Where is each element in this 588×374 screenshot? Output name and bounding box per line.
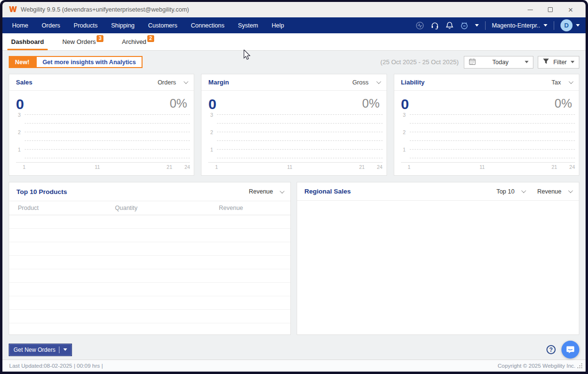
get-new-orders-caret-icon[interactable] <box>63 348 67 351</box>
nav-item-connections[interactable]: Connections <box>184 17 231 33</box>
liability-metric-dropdown[interactable]: Tax <box>552 79 572 86</box>
window-title: Webgility 9.9.5 (devendras+unifyenterpri… <box>21 6 189 13</box>
liability-card: Liability Tax 0 0% 3 2 1 <box>394 74 579 176</box>
window-controls: × <box>520 2 581 17</box>
x-tick: 24 <box>377 164 383 170</box>
tab-label: Dashboard <box>11 38 44 45</box>
chevron-down-icon <box>568 188 573 193</box>
chat-icon[interactable] <box>561 341 579 359</box>
nav-item-home[interactable]: Home <box>5 17 35 33</box>
resize-grip-icon[interactable] <box>577 363 583 369</box>
filter-label: Filter <box>553 59 567 66</box>
y-tick: 1 <box>403 147 406 152</box>
sales-metric-dropdown[interactable]: Orders <box>158 79 187 86</box>
close-button[interactable]: × <box>560 2 581 17</box>
app-window: W Webgility 9.9.5 (devendras+unifyenterp… <box>0 0 588 374</box>
tab-new-orders[interactable]: New Orders 3 <box>57 33 108 50</box>
x-axis <box>208 162 382 163</box>
nav-item-orders[interactable]: Orders <box>35 17 67 33</box>
chevron-down-icon <box>376 79 381 84</box>
x-tick: 1 <box>215 164 218 170</box>
liability-card-header: Liability Tax <box>394 74 579 91</box>
bell-icon[interactable] <box>445 21 454 30</box>
tab-label: New Orders <box>62 38 96 45</box>
table-row <box>9 229 290 242</box>
get-new-orders-button[interactable]: Get New Orders <box>9 344 72 356</box>
store-selector[interactable]: Magento-Enterpr.. <box>492 22 547 29</box>
y-tick: 1 <box>210 147 213 152</box>
minimize-button[interactable] <box>520 2 540 17</box>
y-tick: 2 <box>403 129 406 135</box>
metric-percent: 0% <box>555 97 572 111</box>
user-menu[interactable]: D <box>560 19 580 31</box>
alarm-dropdown-caret-icon[interactable] <box>475 24 479 27</box>
table-row <box>9 269 290 283</box>
metric-value: 0 <box>401 97 409 111</box>
margin-chart: 3 2 1 1 11 21 24 <box>217 114 382 172</box>
nav-item-products[interactable]: Products <box>67 17 104 33</box>
period-caret-icon <box>525 61 529 63</box>
nav-item-system[interactable]: System <box>231 17 265 33</box>
chevron-down-icon <box>280 189 285 194</box>
nav-item-customers[interactable]: Customers <box>142 17 184 33</box>
filter-icon <box>543 58 549 66</box>
toolbar-row: New! Get more insights with Analytics (2… <box>9 51 579 69</box>
filter-dropdown[interactable]: Filter <box>538 56 579 69</box>
regional-sales-card: Regional Sales Top 10 Revenue <box>297 182 579 335</box>
date-filter-controls: (25 Oct 2025 - 25 Oct 2025) Today Filter <box>380 56 579 69</box>
x-axis <box>401 162 575 163</box>
x-tick: 1 <box>408 164 411 170</box>
nav-divider <box>554 21 554 30</box>
period-label: Today <box>480 59 521 66</box>
tab-label: Archived <box>122 38 146 45</box>
table-row <box>9 323 290 335</box>
table-row <box>9 283 290 296</box>
card-title: Margin <box>208 79 229 86</box>
avatar[interactable]: D <box>560 19 573 31</box>
metric-percent: 0% <box>362 97 380 111</box>
column-header-revenue: Revenue <box>219 205 282 211</box>
tab-dashboard[interactable]: Dashboard <box>6 33 49 50</box>
floating-actions: ? <box>546 341 579 359</box>
margin-card-header: Margin Gross <box>201 74 386 91</box>
status-bar: Last Updated:08-02-2025 | 00:09 hrs | Co… <box>2 360 586 372</box>
filter-caret-icon <box>571 61 574 63</box>
store-caret-icon <box>544 24 547 27</box>
tab-archived[interactable]: Archived 2 <box>117 33 159 50</box>
table-row <box>9 215 290 229</box>
margin-metric-dropdown[interactable]: Gross <box>352 79 379 86</box>
x-tick: 11 <box>95 164 100 170</box>
regional-range-dropdown[interactable]: Top 10 <box>496 188 525 195</box>
analytics-button[interactable]: Get more insights with Analytics <box>36 56 143 68</box>
nav-item-help[interactable]: Help <box>265 17 291 33</box>
y-tick: 2 <box>210 129 213 135</box>
webgility-logo-icon: W <box>9 5 16 14</box>
tab-bar: Dashboard New Orders 3 Archived 2 <box>2 33 586 51</box>
lower-panels-row: Top 10 Products Revenue Product Quantity… <box>9 182 579 335</box>
card-title: Liability <box>401 79 425 86</box>
help-icon[interactable]: ? <box>546 345 556 354</box>
top-products-metric-dropdown[interactable]: Revenue <box>249 188 283 195</box>
liability-chart: 3 2 1 1 11 21 24 <box>410 114 575 172</box>
alarm-icon[interactable] <box>460 21 469 30</box>
x-tick: 11 <box>480 164 485 170</box>
dropdown-label: Gross <box>352 79 368 86</box>
headset-icon[interactable] <box>430 21 439 30</box>
activity-icon[interactable] <box>416 21 424 30</box>
x-tick: 21 <box>551 164 557 170</box>
period-dropdown[interactable]: Today <box>464 56 533 69</box>
last-updated-label: Last Updated:08-02-2025 | 00:09 hrs | <box>9 363 103 369</box>
y-tick: 3 <box>18 112 21 118</box>
new-badge: New! <box>9 56 36 68</box>
tab-badge: 2 <box>147 35 154 42</box>
table-row <box>9 310 290 323</box>
actions-row: Get New Orders ? <box>9 341 579 359</box>
regional-metric-dropdown[interactable]: Revenue <box>537 188 572 195</box>
regional-sales-header: Regional Sales Top 10 Revenue <box>297 182 579 201</box>
maximize-button[interactable] <box>540 2 560 17</box>
panel-title: Regional Sales <box>304 188 351 195</box>
sales-card-header: Sales Orders <box>9 74 194 91</box>
nav-item-shipping[interactable]: Shipping <box>104 17 142 33</box>
table-row <box>9 242 290 256</box>
dropdown-label: Tax <box>552 79 561 86</box>
